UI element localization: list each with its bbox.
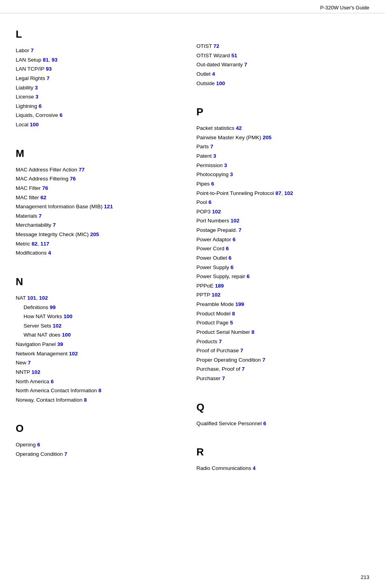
entry-text: Local — [16, 122, 30, 127]
index-link[interactable]: 51 — [232, 53, 237, 58]
index-entry: Power Outlet 6 — [197, 253, 370, 263]
index-link[interactable]: 3 — [224, 162, 227, 168]
index-link[interactable]: 6 — [211, 181, 214, 187]
index-link[interactable]: 3 — [230, 171, 233, 177]
index-entry: Permission 3 — [197, 161, 370, 170]
index-link[interactable]: 8 — [99, 388, 102, 393]
index-link[interactable]: 6 — [233, 237, 236, 242]
entry-text: Liability — [16, 85, 35, 91]
index-link[interactable]: 93 — [46, 66, 52, 72]
index-link[interactable]: 6 — [51, 379, 54, 384]
index-link[interactable]: 87 — [276, 190, 281, 196]
index-link[interactable]: 4 — [212, 71, 215, 77]
index-link[interactable]: 8 — [252, 329, 255, 335]
index-link[interactable]: 6 — [231, 264, 234, 270]
index-entry: LAN Setup 81, 93 — [16, 55, 181, 65]
index-link[interactable]: 7 — [219, 339, 222, 344]
index-link[interactable]: 100 — [216, 80, 225, 86]
index-link[interactable]: 3 — [35, 85, 38, 91]
index-link[interactable]: 7 — [222, 375, 225, 381]
index-link[interactable]: 7 — [240, 348, 243, 353]
index-link[interactable]: 100 — [62, 332, 71, 338]
index-link[interactable]: 72 — [213, 43, 219, 49]
index-link[interactable]: 7 — [210, 144, 213, 149]
index-link[interactable]: 102 — [69, 351, 78, 357]
entry-text: Products — [197, 339, 219, 344]
index-link[interactable]: 39 — [57, 341, 63, 347]
index-link[interactable]: 82 — [32, 241, 38, 247]
index-entry: Radio Communications 4 — [197, 464, 370, 473]
index-link[interactable]: 189 — [215, 283, 224, 289]
index-link[interactable]: 81 — [43, 57, 49, 63]
index-link[interactable]: 6 — [228, 255, 232, 261]
index-link[interactable]: 7 — [64, 451, 68, 457]
index-link[interactable]: 6 — [247, 273, 250, 279]
index-link[interactable]: 7 — [263, 357, 266, 363]
index-link[interactable]: 7 — [39, 213, 42, 219]
section-entries: NAT 101, 102Definitions 99How NAT Works … — [16, 293, 181, 405]
entry-text: Out-dated Warranty — [197, 62, 245, 67]
index-link[interactable]: 117 — [40, 241, 49, 247]
index-link[interactable]: 6 — [60, 112, 63, 118]
index-link[interactable]: 7 — [28, 360, 31, 366]
index-link[interactable]: 93 — [52, 57, 58, 63]
index-link[interactable]: 7 — [244, 62, 247, 67]
page-footer: 213 — [361, 574, 369, 580]
index-link[interactable]: 7 — [31, 47, 34, 53]
index-link[interactable]: 101 — [27, 295, 36, 301]
index-link[interactable]: 42 — [236, 125, 242, 131]
index-link[interactable]: 102 — [39, 295, 48, 301]
index-link[interactable]: 4 — [253, 465, 256, 471]
index-link[interactable]: 6 — [226, 246, 229, 251]
section-letter: O — [16, 422, 181, 435]
index-entry: North America 6 — [16, 377, 181, 386]
index-link[interactable]: 100 — [30, 122, 39, 127]
index-link[interactable]: 99 — [50, 304, 56, 310]
index-entry: How NAT Works 100 — [16, 312, 181, 321]
index-link[interactable]: 102 — [53, 323, 62, 329]
index-link[interactable]: 6 — [263, 421, 266, 426]
index-link[interactable]: 199 — [235, 301, 245, 307]
index-link[interactable]: 6 — [39, 103, 42, 109]
section-letter: R — [197, 446, 370, 458]
index-link[interactable]: 6 — [37, 442, 40, 448]
entry-text: LAN Setup — [16, 57, 43, 63]
index-entry: Parts 7 — [197, 142, 370, 151]
index-link[interactable]: 205 — [263, 135, 272, 140]
entry-text: Modifications — [16, 250, 48, 256]
index-link[interactable]: 7 — [239, 227, 242, 233]
index-link[interactable]: 205 — [90, 231, 99, 237]
index-link[interactable]: 102 — [31, 369, 40, 375]
index-link[interactable]: 77 — [79, 167, 85, 173]
index-link[interactable]: 8 — [232, 311, 235, 317]
index-link[interactable]: 7 — [242, 366, 245, 372]
index-link[interactable]: 62 — [40, 195, 46, 200]
index-link[interactable]: 102 — [212, 292, 221, 298]
index-link[interactable]: 7 — [47, 75, 50, 81]
index-link[interactable]: 5 — [230, 320, 233, 326]
index-link[interactable]: 3 — [213, 153, 216, 159]
left-column: LLabor 7LAN Setup 81, 93LAN TCP/IP 93Leg… — [16, 21, 193, 473]
index-link[interactable]: 8 — [84, 397, 87, 403]
entry-text: PPTP — [197, 292, 212, 298]
entry-text: Liquids, Corrosive — [16, 112, 60, 118]
index-link[interactable]: 7 — [53, 222, 56, 228]
index-link[interactable]: 102 — [212, 209, 221, 215]
entry-text: Qualified Service Personnel — [197, 421, 263, 426]
index-link[interactable]: 76 — [70, 176, 76, 182]
index-entry: MAC Filter 76 — [16, 184, 181, 193]
entry-text: Message Integrity Check (MIC) — [16, 231, 90, 237]
entry-text: Product Page — [197, 320, 230, 326]
index-entry: Liability 3 — [16, 83, 181, 93]
index-link[interactable]: 102 — [284, 190, 293, 196]
index-link[interactable]: 3 — [35, 94, 38, 100]
index-entry: Purchase, Proof of 7 — [197, 364, 370, 374]
entry-text: Opening — [16, 442, 37, 448]
index-link[interactable]: 76 — [42, 185, 48, 191]
index-link[interactable]: 100 — [64, 313, 73, 319]
index-link[interactable]: 6 — [208, 199, 212, 205]
index-link[interactable]: 4 — [48, 250, 51, 256]
index-link[interactable]: 102 — [231, 218, 240, 224]
entry-text: Definitions — [24, 304, 50, 310]
index-link[interactable]: 121 — [104, 204, 113, 209]
